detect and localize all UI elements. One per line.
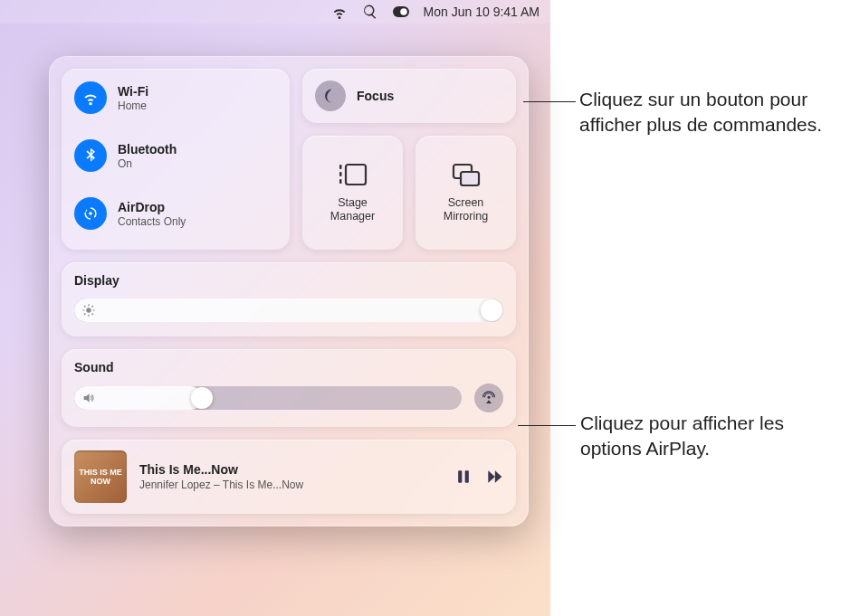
svg-line-16 [84, 314, 85, 315]
moon-icon [315, 81, 346, 111]
bluetooth-icon [74, 139, 107, 172]
wifi-title: Wi-Fi [118, 84, 148, 99]
airdrop-toggle[interactable]: AirDrop Contacts Only [62, 185, 290, 242]
svg-line-14 [84, 306, 85, 307]
svg-point-9 [86, 308, 91, 312]
svg-rect-8 [461, 172, 479, 185]
svg-line-15 [92, 314, 93, 315]
airdrop-subtitle: Contacts Only [118, 215, 186, 228]
callout-line-airplay [518, 425, 576, 426]
spotlight-icon[interactable] [362, 4, 378, 20]
svg-rect-20 [465, 470, 469, 482]
menu-bar: Mon Jun 10 9:41 AM [0, 0, 550, 24]
airplay-audio-button[interactable] [474, 384, 503, 412]
svg-rect-19 [458, 470, 462, 482]
stage-manager-button[interactable]: Stage Manager [302, 136, 403, 250]
bluetooth-toggle[interactable]: Bluetooth On [62, 127, 290, 185]
display-header: Display [74, 273, 503, 288]
sound-slider-knob[interactable] [191, 387, 213, 409]
svg-rect-6 [346, 165, 366, 185]
connectivity-card: Wi-Fi Home Bluetooth On AirDrop [62, 69, 290, 250]
sound-header: Sound [74, 360, 114, 374]
airplay-icon [481, 390, 497, 406]
next-track-button[interactable] [485, 468, 503, 486]
focus-button[interactable]: Focus [302, 69, 516, 123]
display-slider-fill [74, 299, 503, 322]
callout-focus: Cliquez sur un bouton pour afficher plus… [579, 87, 837, 138]
pause-button[interactable] [454, 468, 473, 486]
svg-point-18 [488, 396, 491, 399]
control-center-menubar-icon[interactable] [393, 4, 409, 20]
screen-mirroring-icon [450, 162, 482, 189]
display-slider-knob[interactable] [481, 299, 502, 321]
bluetooth-subtitle: On [118, 157, 177, 170]
bluetooth-title: Bluetooth [118, 142, 177, 156]
now-playing-title: This Is Me...Now [139, 462, 303, 477]
volume-icon [81, 391, 96, 405]
control-center-panel: Wi-Fi Home Bluetooth On AirDrop [49, 56, 529, 526]
stage-manager-icon [337, 162, 369, 189]
wifi-icon [74, 81, 107, 114]
screen-mirroring-label: Screen Mirroring [444, 196, 488, 223]
callout-line-focus [523, 101, 576, 102]
svg-rect-5 [339, 179, 342, 184]
now-playing-artist: Jennifer Lopez – This Is Me...Now [139, 479, 303, 491]
menubar-datetime[interactable]: Mon Jun 10 9:41 AM [424, 5, 540, 19]
svg-rect-3 [339, 165, 342, 169]
sound-volume-slider[interactable] [74, 386, 462, 410]
now-playing-card[interactable]: THIS IS ME NOW This Is Me...Now Jennifer… [62, 440, 516, 514]
wifi-toggle[interactable]: Wi-Fi Home [62, 69, 290, 127]
airdrop-title: AirDrop [118, 200, 186, 214]
sound-card: Sound [62, 349, 516, 427]
stage-manager-label: Stage Manager [330, 196, 375, 223]
svg-point-2 [89, 212, 92, 215]
svg-rect-4 [339, 172, 342, 176]
brightness-icon [81, 303, 96, 317]
wifi-menubar-icon[interactable] [331, 4, 348, 20]
airdrop-icon [74, 197, 107, 230]
screen-mirroring-button[interactable]: Screen Mirroring [415, 136, 516, 250]
wifi-subtitle: Home [118, 100, 148, 112]
album-art: THIS IS ME NOW [74, 450, 127, 503]
focus-label: Focus [357, 89, 394, 103]
callout-airplay: Cliquez pour afficher les options AirPla… [580, 411, 843, 462]
display-brightness-slider[interactable] [74, 299, 503, 322]
svg-line-17 [92, 306, 93, 307]
svg-point-1 [400, 8, 407, 15]
display-card: Display [62, 262, 516, 336]
